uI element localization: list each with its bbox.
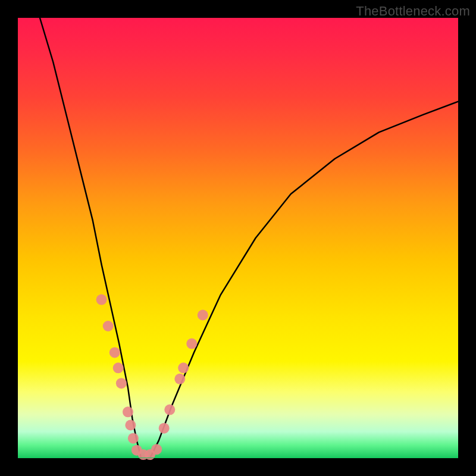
- data-point: [123, 406, 133, 417]
- data-point: [109, 347, 120, 358]
- data-point: [178, 362, 189, 373]
- data-point: [186, 339, 197, 349]
- data-point: [125, 420, 136, 431]
- bottleneck-curve: [40, 18, 458, 458]
- curve-path: [40, 18, 458, 458]
- data-point: [103, 321, 114, 331]
- plot-area: [18, 18, 458, 458]
- data-point: [198, 310, 208, 321]
- data-point: [116, 378, 127, 389]
- data-point: [174, 374, 185, 384]
- chart-frame: TheBottleneck.com: [0, 0, 476, 476]
- data-point: [159, 423, 170, 434]
- chart-svg: [18, 18, 458, 458]
- baseline: [18, 458, 458, 458]
- watermark-text: TheBottleneck.com: [356, 4, 470, 19]
- data-point: [113, 362, 124, 373]
- data-point: [151, 444, 162, 455]
- data-point: [164, 405, 175, 415]
- data-point: [96, 295, 107, 305]
- data-point: [128, 433, 139, 444]
